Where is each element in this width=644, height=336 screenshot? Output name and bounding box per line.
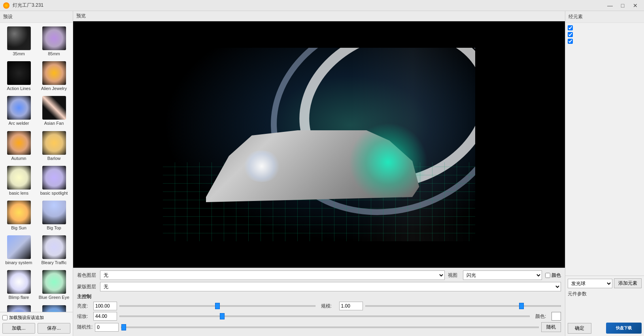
preset-label-basic-lens: basic lens [9, 191, 28, 196]
preset-item-blue-green-eye[interactable]: Blue Green Eye [37, 268, 71, 302]
center-area: 预览 着色图层 [73, 11, 565, 336]
brightness-scale-row: 亮度: 规模: [77, 302, 561, 310]
element-type-select[interactable]: 发光球 [568, 279, 612, 288]
random-label: 随机性: [77, 324, 93, 330]
random-thumb[interactable] [121, 324, 126, 330]
tinting-label: 着色图层 [77, 272, 97, 279]
brightness-input[interactable] [93, 302, 117, 310]
preset-thumb-basic-spotlight [42, 166, 66, 190]
right-panel-header: 经元素 [565, 11, 644, 23]
titlebar-left: 灯光工厂3.231 [3, 2, 43, 9]
preset-item-alien-jewelry[interactable]: Alien Jewelry [37, 59, 71, 93]
append-checkbox[interactable] [2, 315, 8, 320]
append-checkbox-row: 加载预设应该追加 [2, 315, 70, 321]
save-button[interactable]: 保存... [38, 323, 70, 334]
right-panel-body [565, 23, 644, 276]
element-check-2[interactable] [568, 32, 573, 37]
scale-track[interactable] [365, 305, 561, 307]
preset-item-arc-welder[interactable]: Arc welder [2, 94, 36, 128]
minimize-button[interactable]: — [604, 1, 616, 10]
color-checkbox[interactable] [545, 273, 550, 278]
preset-item-basic-spotlight[interactable]: basic spotlight [37, 164, 71, 198]
preset-item-barlow[interactable]: Barlow [37, 129, 71, 163]
titlebar-controls: — □ ✕ [604, 1, 641, 10]
preset-label-autumn: Autumn [11, 156, 26, 161]
preview-canvas[interactable] [73, 21, 565, 268]
sidebar-header: 预设 [0, 11, 73, 23]
element-checkbox-3 [568, 39, 642, 44]
preset-item-85mm[interactable]: 85mm [37, 24, 71, 58]
tinting-row: 着色图层 无 视图 闪光 颜色 [77, 270, 561, 280]
brightness-track[interactable] [119, 305, 315, 307]
preset-item-35mm[interactable]: 35mm [2, 24, 36, 58]
master-controls-header: 主控制 [77, 293, 561, 300]
shrink-input[interactable] [93, 312, 117, 321]
scale-input[interactable] [339, 302, 363, 310]
preset-item-action-lines[interactable]: Action Lines [2, 59, 36, 93]
preset-item-basic-lens[interactable]: basic lens [2, 164, 36, 198]
element-check-3[interactable] [568, 39, 573, 44]
preset-label-binary-system: binary system [6, 260, 32, 265]
preset-item-bleary-traffic[interactable]: Bleary Traffic [37, 233, 71, 267]
shrink-track[interactable] [119, 315, 530, 317]
preview-header: 预览 [73, 11, 565, 21]
controls-section: 着色图层 无 视图 闪光 颜色 蒙版图层 无 [73, 268, 565, 336]
random-input[interactable] [95, 323, 119, 332]
color-box-label: 颜色: [535, 313, 549, 320]
preset-scroll[interactable]: 35mm85mmAction LinesAlien JewelryArc wel… [0, 23, 73, 312]
preset-item-blimp-flare[interactable]: Blimp flare [2, 268, 36, 302]
preset-item-blue-halo[interactable]: Blue Halo [2, 303, 36, 312]
right-panel-footer: 发光球 添加元素 元件参数 确定 快盘下载 [565, 276, 644, 336]
preset-thumb-binary-system [7, 235, 31, 259]
mask-select[interactable]: 无 [100, 282, 561, 291]
element-checkbox-2 [568, 32, 642, 37]
view-select[interactable]: 闪光 [463, 270, 542, 280]
preset-thumb-autumn [7, 131, 31, 155]
preset-thumb-basic-lens [7, 166, 31, 190]
preset-label-basic-spotlight: basic spotlight [40, 191, 68, 196]
random-button[interactable]: 随机 [541, 322, 561, 332]
preset-item-binary-system[interactable]: binary system [2, 233, 36, 267]
preset-item-bright-bluelight[interactable]: bright bluelight [37, 303, 71, 312]
sidebar-footer: 加载预设应该追加 加载... 保存... [0, 312, 73, 336]
tinting-select[interactable]: 无 [100, 270, 445, 280]
preset-label-35mm: 35mm [13, 51, 25, 56]
preset-item-big-sun[interactable]: Big Sun [2, 199, 36, 233]
color-checkbox-label: 颜色 [545, 272, 561, 279]
preset-item-autumn[interactable]: Autumn [2, 129, 36, 163]
confirm-button[interactable]: 确定 [568, 323, 591, 334]
preset-thumb-big-top [42, 201, 66, 224]
maximize-button[interactable]: □ [617, 1, 628, 10]
scale-thumb[interactable] [519, 303, 524, 309]
color-picker[interactable] [551, 312, 561, 321]
shrink-color-row: 缩放: 颜色: [77, 312, 561, 321]
append-label: 加载预设应该追加 [9, 315, 44, 321]
bottom-row: 确定 快盘下载 [568, 323, 642, 334]
brightness-thumb[interactable] [215, 303, 220, 309]
add-element-button[interactable]: 添加元素 [614, 278, 642, 288]
preset-item-asian-fan[interactable]: Asian Fan [37, 94, 71, 128]
preset-label-big-sun: Big Sun [11, 225, 26, 231]
jisu-logo: 快盘下载 [606, 323, 642, 334]
preset-thumb-asian-fan [42, 96, 66, 120]
preset-item-big-top[interactable]: Big Top [37, 199, 71, 233]
main-container: 预设 35mm85mmAction LinesAlien JewelryArc … [0, 11, 644, 336]
element-check-1[interactable] [568, 25, 573, 30]
preset-thumb-bleary-traffic [42, 235, 66, 259]
element-checkbox-1 [568, 25, 642, 30]
sidebar-buttons: 加载... 保存... [2, 323, 70, 334]
preset-label-blue-green-eye: Blue Green Eye [39, 295, 70, 300]
shrink-thumb[interactable] [220, 313, 225, 319]
close-button[interactable]: ✕ [630, 1, 641, 10]
preset-thumb-big-sun [7, 201, 31, 224]
preset-thumb-action-lines [7, 61, 31, 85]
preset-thumb-35mm [7, 26, 31, 50]
preset-label-asian-fan: Asian Fan [44, 121, 64, 126]
preset-label-arc-welder: Arc welder [9, 121, 29, 126]
preset-thumb-blue-halo [7, 305, 31, 312]
load-button[interactable]: 加载... [2, 323, 35, 334]
mask-label: 蒙版图层 [77, 283, 97, 290]
random-track[interactable] [121, 327, 539, 328]
preset-label-action-lines: Action Lines [7, 86, 31, 91]
preset-thumb-arc-welder [7, 96, 31, 120]
